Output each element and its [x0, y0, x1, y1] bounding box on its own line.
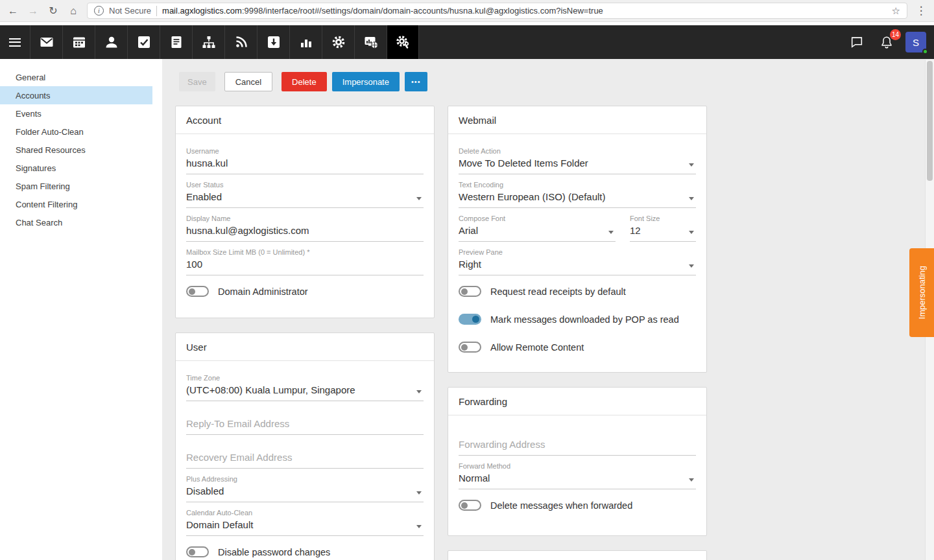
field-label: Text Encoding — [459, 181, 696, 189]
contacts-icon[interactable] — [95, 25, 127, 59]
chevron-down-icon — [689, 264, 694, 268]
forwarding-address-input[interactable]: Forwarding Address — [459, 428, 696, 456]
toggle-switch[interactable] — [459, 314, 481, 325]
save-button[interactable]: Save — [179, 72, 215, 91]
chevron-down-icon — [416, 197, 422, 200]
delete-when-forwarded-toggle[interactable]: Delete messages when forwarded — [459, 500, 696, 511]
field-label: Plus Addressing — [186, 475, 424, 484]
user-card-title: User — [176, 333, 434, 361]
page-info-icon[interactable] — [94, 6, 104, 16]
sidebar-item-spam-filtering[interactable]: Spam Filtering — [0, 177, 152, 195]
delete-action-select[interactable]: Delete Action Move To Deleted Items Fold… — [459, 147, 696, 174]
sidebar-item-general[interactable]: General — [0, 68, 152, 86]
scrollbar-thumb[interactable] — [927, 61, 933, 181]
sidebar-item-chat-search[interactable]: Chat Search — [0, 213, 152, 231]
chevron-down-icon — [689, 478, 694, 482]
user-status-select[interactable]: User Status Enabled — [186, 181, 424, 208]
toggle-switch[interactable] — [186, 286, 209, 297]
forwarding-card: Forwarding Forwarding Address Forward Me… — [448, 387, 707, 536]
read-receipts-toggle[interactable]: Request read receipts by default — [459, 286, 696, 297]
preview-pane-select[interactable]: Preview Pane Right — [459, 248, 696, 275]
field-value: husna.kul@agxlogistics.com — [186, 224, 424, 242]
toggle-label: Disable password changes — [218, 547, 330, 557]
recovery-email-input[interactable]: Recovery Email Address — [186, 441, 424, 469]
allow-remote-content-toggle[interactable]: Allow Remote Content — [459, 342, 696, 353]
impersonating-tab[interactable]: Impersonating — [909, 248, 934, 337]
bookmark-star-icon[interactable]: ☆ — [892, 5, 900, 17]
forwarding-card-title: Forwarding — [448, 388, 706, 415]
field-label — [459, 428, 696, 437]
impersonate-button[interactable]: Impersonate — [332, 72, 400, 91]
tasks-icon[interactable] — [127, 25, 160, 59]
domain-reports-icon[interactable] — [354, 25, 387, 59]
toggle-switch[interactable] — [459, 500, 481, 511]
forward-icon[interactable]: → — [27, 5, 40, 17]
text-encoding-select[interactable]: Text Encoding Western European (ISO) (De… — [459, 181, 696, 208]
username-field[interactable]: Username husna.kul — [186, 147, 424, 174]
reply-to-input[interactable]: Reply-To Email Address — [186, 408, 424, 435]
font-size-select[interactable]: Font Size 12 — [630, 215, 696, 242]
notification-badge: 14 — [890, 29, 901, 40]
mail-icon[interactable] — [30, 25, 62, 59]
delete-button[interactable]: Delete — [281, 72, 327, 91]
more-actions-button[interactable]: ••• — [405, 72, 427, 91]
back-icon[interactable]: ← — [6, 5, 19, 17]
menu-icon[interactable] — [0, 25, 30, 59]
url-bar[interactable]: Not Secure mail.agxlogistics.com:9998/in… — [87, 3, 907, 19]
account-card-title: Account — [176, 106, 434, 134]
user-card: User Time Zone (UTC+08:00) Kuala Lumpur,… — [175, 332, 435, 560]
time-zone-select[interactable]: Time Zone (UTC+08:00) Kuala Lumpur, Sing… — [186, 374, 424, 401]
left-column: Account Username husna.kul User Status E… — [175, 106, 435, 560]
toolbar-right: 14 S — [846, 25, 934, 59]
home-icon[interactable]: ⌂ — [67, 5, 80, 17]
connections-icon[interactable] — [192, 25, 224, 59]
compose-font-select[interactable]: Compose Font Arial — [459, 215, 616, 242]
avatar[interactable]: S — [905, 32, 926, 52]
sidebar-item-folder-auto-clean[interactable]: Folder Auto-Clean — [0, 122, 152, 141]
field-value: Move To Deleted Items Folder — [459, 157, 696, 174]
domain-admin-toggle[interactable]: Domain Administrator — [186, 286, 424, 297]
field-label: Calendar Auto-Clean — [186, 509, 424, 517]
url-host: mail.agxlogistics.com — [162, 6, 242, 16]
field-label: Time Zone — [186, 374, 424, 382]
chevron-down-icon — [416, 491, 422, 495]
security-label: Not Secure — [109, 6, 151, 16]
field-label: Compose Font — [459, 215, 616, 223]
reports-icon[interactable] — [289, 25, 322, 59]
calendar-icon[interactable] — [62, 25, 95, 59]
refresh-icon[interactable]: ↻ — [47, 5, 60, 17]
cancel-button[interactable]: Cancel — [224, 72, 272, 91]
domain-settings-icon[interactable] — [387, 25, 419, 59]
toggle-switch[interactable] — [459, 286, 481, 297]
file-storage-icon[interactable] — [257, 25, 289, 59]
app-body: General Accounts Events Folder Auto-Clea… — [0, 59, 934, 560]
chat-icon[interactable] — [846, 31, 868, 53]
sidebar-item-shared-resources[interactable]: Shared Resources — [0, 141, 152, 159]
sidebar-item-accounts[interactable]: Accounts — [0, 86, 152, 104]
browser-menu-icon[interactable]: ⋮ — [915, 4, 928, 18]
settings-sidebar: General Accounts Events Folder Auto-Clea… — [0, 59, 162, 560]
forward-method-select[interactable]: Forward Method Normal — [459, 462, 696, 489]
disable-password-changes-toggle[interactable]: Disable password changes — [186, 546, 424, 557]
sidebar-item-signatures[interactable]: Signatures — [0, 159, 152, 177]
notifications-bell-icon[interactable]: 14 — [876, 31, 898, 53]
chevron-down-icon — [608, 231, 614, 234]
feeds-icon[interactable] — [224, 25, 257, 59]
presence-dot — [922, 49, 928, 54]
settings-icon[interactable] — [322, 25, 354, 59]
impersonating-tab-label: Impersonating — [917, 266, 927, 319]
pop-read-toggle[interactable]: Mark messages downloaded by POP as read — [459, 314, 696, 325]
plus-addressing-select[interactable]: Plus Addressing Disabled — [186, 475, 424, 502]
mailbox-size-field[interactable]: Mailbox Size Limit MB (0 = Unlimited) * … — [186, 248, 424, 275]
notes-icon[interactable] — [160, 25, 192, 59]
toggle-switch[interactable] — [186, 546, 209, 557]
field-value: Right — [459, 258, 696, 275]
toggle-label: Delete messages when forwarded — [490, 500, 632, 511]
calendar-auto-clean-select[interactable]: Calendar Auto-Clean Domain Default — [186, 509, 424, 536]
field-label: Preview Pane — [459, 248, 696, 257]
field-label: Forward Method — [459, 462, 696, 471]
sidebar-item-content-filtering[interactable]: Content Filtering — [0, 195, 152, 213]
display-name-field[interactable]: Display Name husna.kul@agxlogistics.com — [186, 215, 424, 242]
toggle-switch[interactable] — [459, 342, 481, 353]
sidebar-item-events[interactable]: Events — [0, 104, 152, 122]
